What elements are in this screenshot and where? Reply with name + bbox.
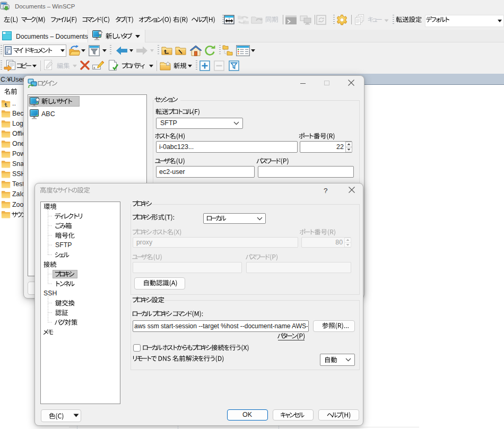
svg-text:x: x bbox=[93, 66, 95, 69]
